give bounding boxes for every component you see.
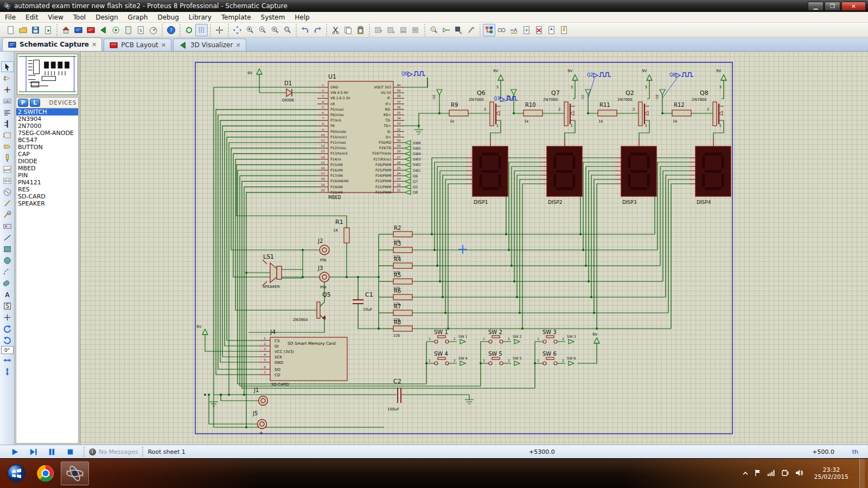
wire[interactable] [668,179,689,313]
subcircuit-mode-button[interactable] [1,130,14,140]
wire[interactable] [225,132,317,346]
stage-q7[interactable]: Q7R101k2Q72N70009V31 [506,69,578,138]
wire[interactable] [404,78,427,87]
step-simulation-button[interactable] [26,447,40,457]
terminal-icon[interactable] [514,339,520,344]
terminal-icon[interactable] [569,361,574,365]
wire[interactable] [282,250,303,278]
library-manager-button[interactable]: L [30,99,40,107]
arc-tool-button[interactable] [1,266,14,277]
origin-button[interactable] [213,24,226,36]
terminal-icon[interactable] [405,190,411,195]
terminal-icon[interactable] [405,151,411,156]
terminal-icon[interactable] [405,163,411,167]
schematic-capture-module-button[interactable] [72,24,85,36]
virtual-instruments-mode-button[interactable] [1,221,14,232]
search-tag-button[interactable] [427,24,440,36]
terminal-icon[interactable] [405,140,411,145]
component-j5[interactable]: J5+ [252,410,267,435]
wire[interactable] [591,175,615,297]
paste-button[interactable] [354,24,367,36]
component-disp3[interactable]: DISP3 [615,138,656,205]
wire[interactable] [588,78,595,98]
current-probe-mode-button[interactable]: A [1,209,14,220]
pause-simulation-button[interactable] [44,447,59,457]
wire[interactable] [443,175,466,297]
tab-close-icon[interactable]: ✕ [92,41,97,48]
wire[interactable] [577,343,597,363]
open-project-button[interactable] [17,24,29,36]
menu-template[interactable]: Template [216,12,256,22]
new-sheet-doc-button[interactable] [122,24,135,36]
menu-design[interactable]: Design [91,12,123,22]
menu-edit[interactable]: Edit [21,12,43,22]
generator-q6[interactable]: Q6 [401,72,427,87]
electrical-rule-check-button[interactable] [558,24,570,36]
power-terminal-icon[interactable] [572,75,578,80]
rotate-clockwise-button[interactable] [1,323,14,334]
component-r8[interactable]: R8220 [379,319,412,338]
terminal-icon[interactable] [405,168,411,172]
schematic-editor-canvas[interactable]: U1MBED140GNDVOUT 3V3239VIN 4.5-9VVU 5V33… [80,52,868,445]
zoom-extents-button[interactable] [269,24,281,36]
device-item-diode[interactable]: DIODE [16,158,78,165]
component-disp1[interactable]: DISP1 [466,138,508,205]
generator-q2[interactable]: Q2 [587,73,611,98]
voltage-probe-mode-button[interactable] [1,198,14,209]
device-item-pin[interactable]: PIN [16,172,78,179]
simulation-gauge-button[interactable] [147,24,159,36]
rotation-angle-field[interactable]: 0° [1,346,14,354]
tab-close-icon[interactable]: ✕ [235,42,240,49]
tab-3d-visualizer[interactable]: 3D Visualizer✕ [173,38,246,51]
toggle-grid-button[interactable] [195,24,208,36]
proteus-taskbar-icon[interactable] [61,461,89,485]
wire[interactable] [222,126,317,357]
device-item-2-switch[interactable]: 2 SWITCH [16,108,78,115]
volume-icon[interactable] [795,468,803,479]
show-desktop-button[interactable] [859,459,865,488]
tape-recorder-mode-button[interactable] [1,175,14,186]
property-assignment-tool-button[interactable] [452,24,465,36]
wire[interactable] [499,80,501,106]
wire[interactable] [205,335,259,351]
stage-q2[interactable]: Q2R111k2Q22N70009V31 [580,69,652,138]
wire[interactable] [573,80,575,106]
terminal-icon[interactable] [405,157,411,162]
wire-autorouter-button[interactable] [440,24,452,36]
clock[interactable]: 23:32 25/02/2015 [809,466,854,480]
device-item-speaker[interactable]: SPEAKER [16,200,78,207]
selection-mode-button[interactable] [1,61,14,72]
search-and-tag-button[interactable] [495,24,508,36]
device-item-7seg-com-anode[interactable]: 7SEG-COM-ANODE [16,130,78,137]
wire[interactable] [440,171,466,281]
component-u1-mbed[interactable]: U1MBED140GNDVOUT 3V3239VIN 4.5-9VVU 5V33… [317,73,421,200]
wire[interactable] [722,80,724,106]
wire[interactable] [589,171,615,281]
close-button[interactable]: ✕ [841,2,866,11]
wire[interactable] [660,166,689,266]
power-terminal-icon[interactable] [498,75,503,80]
copy-button[interactable] [342,24,354,36]
overview-thumbnail[interactable] [17,54,78,95]
wire[interactable] [517,175,540,297]
start-button[interactable] [2,461,30,485]
power-terminal-icon[interactable] [202,329,208,335]
home-page-button[interactable] [60,24,72,36]
component-ls1-speaker[interactable]: LS1SPEAKER [263,253,282,289]
wire[interactable] [221,395,259,401]
cut-button[interactable] [329,24,342,36]
buses-mode-button[interactable] [1,118,14,129]
property-assignment-button[interactable]: =A [508,24,520,36]
component-sw1[interactable]: SW 112SW 1 [426,329,468,344]
wire[interactable] [426,342,535,388]
play-simulation-button[interactable] [8,447,22,457]
import-legacy-button[interactable] [42,24,54,36]
stage-q8[interactable]: Q8R121k2Q82N70009V31 [655,69,726,138]
generator-mode-button[interactable] [1,187,14,197]
component-j2[interactable]: J2PIN [317,238,329,262]
device-item-res[interactable]: RES [16,186,78,193]
redo-button[interactable] [311,24,324,36]
component-j1[interactable]: J1 [253,387,268,406]
exit-to-parent-button[interactable] [545,24,558,36]
wire[interactable] [681,73,693,76]
